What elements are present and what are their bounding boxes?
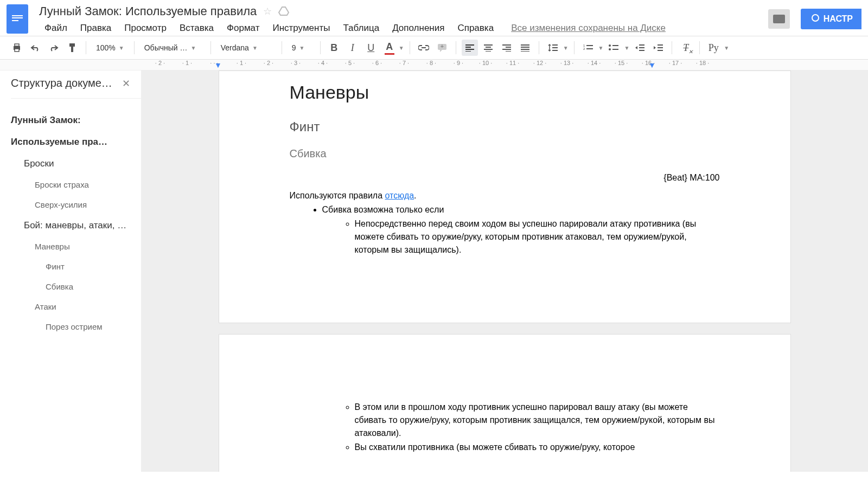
align-right-button[interactable] (499, 40, 515, 56)
align-center-button[interactable] (480, 40, 496, 56)
font-size-select[interactable]: 9▼ (288, 43, 315, 52)
increase-indent-button[interactable] (650, 40, 666, 56)
docs-logo[interactable] (7, 4, 28, 34)
svg-point-30 (609, 44, 611, 47)
outline-item[interactable]: Лунный Замок: (11, 110, 130, 131)
heading-3[interactable]: Сбивка (290, 147, 720, 160)
menu-insert[interactable]: Вставка (174, 21, 219, 36)
menu-edit[interactable]: Правка (75, 21, 117, 36)
document-canvas[interactable]: Маневры Финт Сбивка {Beat} MA:100 Исполь… (141, 70, 868, 472)
paint-format-button[interactable] (64, 40, 80, 56)
list-item[interactable]: В этом или в прошлом ходу противник успе… (355, 401, 720, 440)
outline-item[interactable]: Атаки (11, 297, 130, 317)
list-item[interactable]: Непосредственно перед своим ходом вы усп… (355, 217, 720, 256)
insert-comment-button[interactable]: + (434, 40, 450, 56)
print-button[interactable] (9, 40, 25, 56)
menu-addons[interactable]: Дополнения (387, 21, 450, 36)
zoom-select[interactable]: 100%▼ (92, 43, 129, 52)
text-color-button[interactable]: A (381, 40, 398, 56)
redo-button[interactable] (46, 40, 62, 56)
outline-item[interactable]: Сверх-усилия (11, 195, 130, 215)
font-select[interactable]: Verdana▼ (216, 43, 276, 52)
menu-format[interactable]: Формат (221, 21, 265, 36)
reference-note[interactable]: {Beat} MA:100 (290, 173, 720, 183)
close-outline-button[interactable]: ✕ (122, 78, 130, 89)
paragraph-style-select[interactable]: Обычный …▼ (140, 43, 205, 52)
decrease-indent-button[interactable] (631, 40, 648, 56)
svg-point-31 (609, 48, 611, 50)
share-button[interactable]: НАСТР (801, 9, 861, 29)
svg-text:2: 2 (583, 47, 585, 50)
menu-table[interactable]: Таблица (337, 21, 385, 36)
svg-rect-4 (71, 47, 73, 52)
outline-title: Структура докуме… (11, 77, 112, 89)
bold-button[interactable]: B (326, 40, 342, 56)
menu-tools[interactable]: Инструменты (267, 21, 335, 36)
list-item[interactable]: Сбивка возможна только если (322, 203, 720, 216)
insert-link-button[interactable] (416, 40, 432, 56)
clear-formatting-button[interactable]: T✕ (678, 40, 694, 56)
outline-item[interactable]: Маневры (11, 236, 130, 256)
intro-link[interactable]: отсюда (385, 191, 414, 200)
comments-button[interactable] (768, 9, 790, 29)
svg-text:+: + (441, 43, 444, 49)
align-left-button[interactable] (462, 40, 478, 56)
share-label: НАСТР (824, 14, 853, 24)
outline-item[interactable]: Сбивка (11, 277, 130, 297)
document-title[interactable]: Лунный Замок: Используемые правила (39, 4, 257, 18)
ruler[interactable]: · 2 ·· 1 ·· · ·· 1 ·· 2 ·· 3 ·· 4 ·· 5 ·… (0, 60, 868, 70)
outline-item[interactable]: Используемые пра… (11, 131, 130, 153)
svg-rect-3 (69, 43, 75, 47)
svg-rect-1 (15, 44, 19, 46)
intro-paragraph[interactable]: Используются правила отсюда. (290, 189, 720, 202)
heading-2[interactable]: Финт (290, 119, 720, 134)
move-to-drive-icon[interactable] (278, 7, 289, 16)
save-status[interactable]: Все изменения сохранены на Диске (511, 23, 666, 34)
document-outline: Структура докуме… ✕ Лунный Замок:Использ… (0, 70, 141, 472)
page-1: Маневры Финт Сбивка {Beat} MA:100 Исполь… (219, 70, 791, 323)
share-icon (809, 14, 819, 24)
svg-rect-2 (15, 49, 19, 52)
star-icon[interactable]: ☆ (263, 5, 272, 17)
toolbar: 100%▼ Обычный …▼ Verdana▼ 9▼ B I U A ▼ +… (0, 36, 868, 60)
menu-file[interactable]: Файл (39, 21, 73, 36)
menu-help[interactable]: Справка (452, 21, 499, 36)
heading-1[interactable]: Маневры (290, 82, 720, 103)
outline-item[interactable]: Броски страха (11, 175, 130, 195)
bulleted-list-button[interactable] (605, 40, 622, 56)
underline-button[interactable]: U (363, 40, 379, 56)
list-item[interactable]: Вы схватили противника (вы можете сбиват… (355, 441, 720, 454)
outline-item[interactable]: Финт (11, 256, 130, 277)
page-2: В этом или в прошлом ходу противник успе… (219, 334, 791, 472)
menubar: Файл Правка Просмотр Вставка Формат Инст… (39, 21, 768, 36)
numbered-list-button[interactable]: 12 (580, 40, 596, 56)
italic-button[interactable]: I (344, 40, 361, 56)
indent-marker-left[interactable]: ▼ (214, 61, 222, 69)
align-justify-button[interactable] (517, 40, 533, 56)
indent-marker-right[interactable]: ▼ (648, 61, 656, 69)
outline-item[interactable]: Бой: маневры, атаки, … (11, 215, 130, 236)
line-spacing-button[interactable] (545, 40, 561, 56)
input-tools-button[interactable]: Ру (705, 40, 722, 56)
outline-item[interactable]: Порез острием (11, 317, 130, 337)
undo-button[interactable] (27, 40, 43, 56)
menu-view[interactable]: Просмотр (119, 21, 172, 36)
outline-item[interactable]: Броски (11, 153, 130, 175)
